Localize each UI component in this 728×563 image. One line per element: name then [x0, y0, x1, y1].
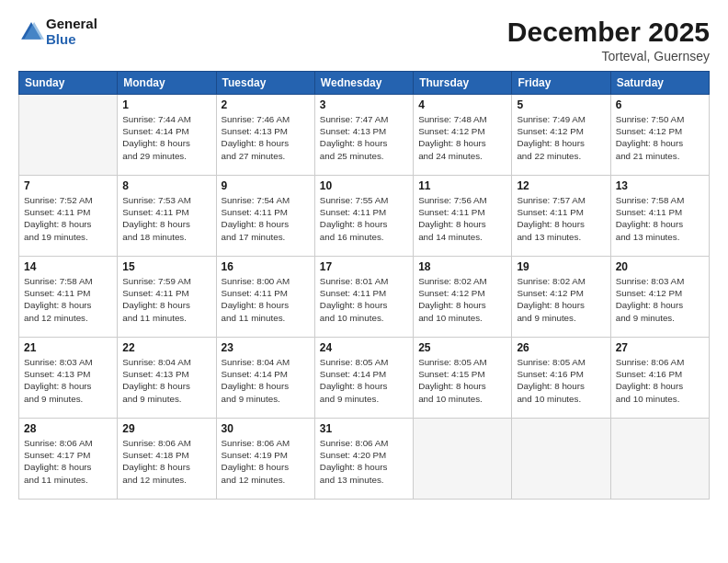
- day-number: 25: [418, 341, 506, 354]
- day-number: 10: [320, 179, 408, 192]
- day-info: Sunrise: 8:04 AMSunset: 4:14 PMDaylight:…: [222, 356, 310, 405]
- col-tuesday: Tuesday: [216, 72, 314, 95]
- table-row: 22Sunrise: 8:04 AMSunset: 4:13 PMDayligh…: [118, 338, 216, 419]
- table-row: 16Sunrise: 8:00 AMSunset: 4:11 PMDayligh…: [216, 257, 314, 338]
- table-row: 21Sunrise: 8:03 AMSunset: 4:13 PMDayligh…: [19, 338, 118, 419]
- table-row: 28Sunrise: 8:06 AMSunset: 4:17 PMDayligh…: [19, 419, 118, 500]
- table-row: [19, 95, 118, 176]
- table-row: 23Sunrise: 8:04 AMSunset: 4:14 PMDayligh…: [216, 338, 314, 419]
- day-number: 26: [517, 341, 605, 354]
- day-info: Sunrise: 7:46 AMSunset: 4:13 PMDaylight:…: [222, 113, 310, 162]
- table-row: 4Sunrise: 7:48 AMSunset: 4:12 PMDaylight…: [414, 95, 512, 176]
- table-row: 11Sunrise: 7:56 AMSunset: 4:11 PMDayligh…: [414, 176, 512, 257]
- calendar: Sunday Monday Tuesday Wednesday Thursday…: [18, 71, 710, 500]
- table-row: [610, 419, 709, 500]
- day-info: Sunrise: 7:53 AMSunset: 4:11 PMDaylight:…: [122, 194, 210, 243]
- day-info: Sunrise: 8:05 AMSunset: 4:16 PMDaylight:…: [517, 356, 605, 405]
- day-info: Sunrise: 8:06 AMSunset: 4:18 PMDaylight:…: [122, 437, 210, 486]
- table-row: 8Sunrise: 7:53 AMSunset: 4:11 PMDaylight…: [118, 176, 216, 257]
- day-info: Sunrise: 8:06 AMSunset: 4:20 PMDaylight:…: [320, 437, 408, 486]
- day-number: 19: [517, 260, 605, 273]
- day-number: 28: [24, 422, 112, 435]
- day-number: 3: [320, 98, 408, 111]
- day-info: Sunrise: 7:55 AMSunset: 4:11 PMDaylight:…: [320, 194, 408, 243]
- col-wednesday: Wednesday: [314, 72, 413, 95]
- day-number: 18: [418, 260, 506, 273]
- day-number: 21: [24, 341, 112, 354]
- day-info: Sunrise: 7:49 AMSunset: 4:12 PMDaylight:…: [517, 113, 605, 162]
- day-info: Sunrise: 8:06 AMSunset: 4:17 PMDaylight:…: [24, 437, 112, 486]
- day-info: Sunrise: 8:02 AMSunset: 4:12 PMDaylight:…: [418, 275, 506, 324]
- table-row: 2Sunrise: 7:46 AMSunset: 4:13 PMDaylight…: [216, 95, 314, 176]
- calendar-week-row: 7Sunrise: 7:52 AMSunset: 4:11 PMDaylight…: [19, 176, 710, 257]
- day-info: Sunrise: 7:57 AMSunset: 4:11 PMDaylight:…: [517, 194, 605, 243]
- table-row: 7Sunrise: 7:52 AMSunset: 4:11 PMDaylight…: [19, 176, 118, 257]
- day-info: Sunrise: 7:54 AMSunset: 4:11 PMDaylight:…: [222, 194, 310, 243]
- col-sunday: Sunday: [19, 72, 118, 95]
- table-row: 10Sunrise: 7:55 AMSunset: 4:11 PMDayligh…: [314, 176, 413, 257]
- day-number: 23: [222, 341, 310, 354]
- table-row: 25Sunrise: 8:05 AMSunset: 4:15 PMDayligh…: [414, 338, 512, 419]
- day-info: Sunrise: 8:01 AMSunset: 4:11 PMDaylight:…: [320, 275, 408, 324]
- table-row: 26Sunrise: 8:05 AMSunset: 4:16 PMDayligh…: [512, 338, 610, 419]
- day-number: 5: [517, 98, 605, 111]
- logo-text: General Blue: [46, 17, 97, 47]
- day-number: 2: [222, 98, 310, 111]
- day-info: Sunrise: 8:03 AMSunset: 4:12 PMDaylight:…: [616, 275, 704, 324]
- day-info: Sunrise: 8:06 AMSunset: 4:16 PMDaylight:…: [616, 356, 704, 405]
- day-number: 15: [122, 260, 210, 273]
- day-info: Sunrise: 8:06 AMSunset: 4:19 PMDaylight:…: [222, 437, 310, 486]
- table-row: 19Sunrise: 8:02 AMSunset: 4:12 PMDayligh…: [512, 257, 610, 338]
- table-row: 6Sunrise: 7:50 AMSunset: 4:12 PMDaylight…: [610, 95, 709, 176]
- day-info: Sunrise: 7:56 AMSunset: 4:11 PMDaylight:…: [418, 194, 506, 243]
- day-info: Sunrise: 8:05 AMSunset: 4:14 PMDaylight:…: [320, 356, 408, 405]
- day-number: 22: [122, 341, 210, 354]
- logo-icon: [18, 19, 44, 45]
- table-row: 24Sunrise: 8:05 AMSunset: 4:14 PMDayligh…: [314, 338, 413, 419]
- table-row: 27Sunrise: 8:06 AMSunset: 4:16 PMDayligh…: [610, 338, 709, 419]
- day-number: 9: [222, 179, 310, 192]
- day-info: Sunrise: 8:05 AMSunset: 4:15 PMDaylight:…: [418, 356, 506, 405]
- day-info: Sunrise: 7:48 AMSunset: 4:12 PMDaylight:…: [418, 113, 506, 162]
- col-monday: Monday: [118, 72, 216, 95]
- calendar-header-row: Sunday Monday Tuesday Wednesday Thursday…: [19, 72, 710, 95]
- day-number: 7: [24, 179, 112, 192]
- day-number: 8: [122, 179, 210, 192]
- table-row: 17Sunrise: 8:01 AMSunset: 4:11 PMDayligh…: [314, 257, 413, 338]
- day-number: 24: [320, 341, 408, 354]
- day-info: Sunrise: 7:59 AMSunset: 4:11 PMDaylight:…: [122, 275, 210, 324]
- day-number: 20: [616, 260, 704, 273]
- day-info: Sunrise: 7:52 AMSunset: 4:11 PMDaylight:…: [24, 194, 112, 243]
- day-number: 6: [616, 98, 704, 111]
- day-info: Sunrise: 7:44 AMSunset: 4:14 PMDaylight:…: [122, 113, 210, 162]
- table-row: 31Sunrise: 8:06 AMSunset: 4:20 PMDayligh…: [314, 419, 413, 500]
- day-number: 12: [517, 179, 605, 192]
- day-info: Sunrise: 7:47 AMSunset: 4:13 PMDaylight:…: [320, 113, 408, 162]
- table-row: 14Sunrise: 7:58 AMSunset: 4:11 PMDayligh…: [19, 257, 118, 338]
- col-thursday: Thursday: [414, 72, 512, 95]
- day-number: 17: [320, 260, 408, 273]
- day-number: 14: [24, 260, 112, 273]
- day-info: Sunrise: 8:03 AMSunset: 4:13 PMDaylight:…: [24, 356, 112, 405]
- day-number: 30: [222, 422, 310, 435]
- table-row: [512, 419, 610, 500]
- day-number: 31: [320, 422, 408, 435]
- day-number: 13: [616, 179, 704, 192]
- table-row: 3Sunrise: 7:47 AMSunset: 4:13 PMDaylight…: [314, 95, 413, 176]
- col-friday: Friday: [512, 72, 610, 95]
- table-row: 12Sunrise: 7:57 AMSunset: 4:11 PMDayligh…: [512, 176, 610, 257]
- table-row: 9Sunrise: 7:54 AMSunset: 4:11 PMDaylight…: [216, 176, 314, 257]
- day-info: Sunrise: 7:58 AMSunset: 4:11 PMDaylight:…: [24, 275, 112, 324]
- logo: General Blue: [18, 17, 97, 47]
- table-row: 5Sunrise: 7:49 AMSunset: 4:12 PMDaylight…: [512, 95, 610, 176]
- calendar-week-row: 28Sunrise: 8:06 AMSunset: 4:17 PMDayligh…: [19, 419, 710, 500]
- table-row: 15Sunrise: 7:59 AMSunset: 4:11 PMDayligh…: [118, 257, 216, 338]
- calendar-week-row: 1Sunrise: 7:44 AMSunset: 4:14 PMDaylight…: [19, 95, 710, 176]
- day-number: 11: [418, 179, 506, 192]
- day-info: Sunrise: 7:58 AMSunset: 4:11 PMDaylight:…: [616, 194, 704, 243]
- title-block: December 2025 Torteval, Guernsey: [507, 17, 710, 63]
- calendar-week-row: 14Sunrise: 7:58 AMSunset: 4:11 PMDayligh…: [19, 257, 710, 338]
- day-number: 29: [122, 422, 210, 435]
- table-row: 30Sunrise: 8:06 AMSunset: 4:19 PMDayligh…: [216, 419, 314, 500]
- header: General Blue December 2025 Torteval, Gue…: [18, 17, 710, 63]
